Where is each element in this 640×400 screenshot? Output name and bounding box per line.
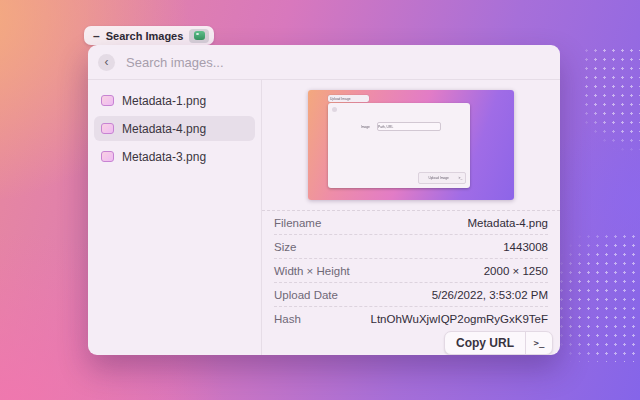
- list-item-selected[interactable]: Metadata-4.png: [94, 116, 255, 141]
- dot-pattern-top-right: [582, 46, 640, 154]
- metadata-value: 2000 × 1250: [484, 265, 548, 277]
- preview-mini-input: Path, URL: [377, 122, 441, 131]
- metadata-value: 5/26/2022, 3:53:02 PM: [432, 289, 548, 301]
- window-content: Metadata-1.png Metadata-4.png Metadata-3…: [88, 80, 560, 355]
- preview-mini-tab-label: Upload Image: [330, 97, 351, 100]
- search-images-window: ‹ Metadata-1.png Metadata-4.png Metadata…: [88, 45, 560, 355]
- metadata-table: Filename Metadata-4.png Size 1443008 Wid…: [262, 210, 560, 330]
- metadata-row-hash: Hash LtnOhWuXjwIQP2ogmRyGxK9TeF: [274, 307, 548, 330]
- terminal-prompt-icon[interactable]: >_: [526, 332, 552, 354]
- image-thumbnail-icon: [101, 95, 114, 106]
- minimize-dash-icon: –: [93, 30, 100, 42]
- metadata-label: Width × Height: [274, 265, 350, 277]
- image-thumbnail-icon: [101, 151, 114, 162]
- preview-mini-form-label: Image: [361, 125, 370, 128]
- metadata-row-filename: Filename Metadata-4.png: [274, 211, 548, 235]
- metadata-row-upload-date: Upload Date 5/26/2022, 3:53:02 PM: [274, 283, 548, 307]
- list-item[interactable]: Metadata-3.png: [94, 144, 255, 169]
- search-input[interactable]: [124, 54, 550, 71]
- hotkey-tab-label: Search Images: [106, 30, 184, 42]
- copy-url-split-button: Copy URL >_: [444, 331, 553, 355]
- preview-mini-window: Upload Image Image Path, URL Upload Imag…: [328, 103, 470, 188]
- metadata-value: 1443008: [503, 241, 548, 253]
- metadata-label: Upload Date: [274, 289, 338, 301]
- metadata-value: LtnOhWuXjwIQP2ogmRyGxK9TeF: [371, 313, 548, 325]
- copy-url-button[interactable]: Copy URL: [445, 332, 525, 354]
- preview-mini-back-icon: [332, 107, 337, 112]
- image-thumbnail-icon: [101, 123, 114, 134]
- desktop: { "colors": { "background_orange": "#f6b…: [0, 0, 640, 400]
- app-icon-badge: [189, 29, 209, 43]
- preview-mini-form: Image Path, URL: [328, 122, 470, 131]
- detail-panel: Upload Image Image Path, URL Upload Imag…: [262, 80, 560, 355]
- list-item-label: Metadata-1.png: [122, 94, 206, 108]
- list-item-label: Metadata-3.png: [122, 150, 206, 164]
- search-bar: ‹: [88, 45, 560, 80]
- list-item-label: Metadata-4.png: [122, 122, 206, 136]
- preview-area: Upload Image Image Path, URL Upload Imag…: [262, 80, 560, 210]
- preview-mini-tab: Upload Image: [328, 95, 369, 102]
- preview-mini-submit-button: Upload Image >_: [418, 172, 466, 184]
- preview-mini-submit-label: Upload Image: [428, 176, 449, 179]
- back-button[interactable]: ‹: [98, 54, 115, 71]
- metadata-row-size: Size 1443008: [274, 235, 548, 259]
- green-image-app-icon: [194, 31, 205, 40]
- metadata-label: Filename: [274, 217, 321, 229]
- action-bar: Copy URL >_: [262, 330, 560, 355]
- list-item[interactable]: Metadata-1.png: [94, 88, 255, 113]
- metadata-row-dimensions: Width × Height 2000 × 1250: [274, 259, 548, 283]
- file-list: Metadata-1.png Metadata-4.png Metadata-3…: [88, 80, 262, 355]
- image-preview: Upload Image Image Path, URL Upload Imag…: [308, 90, 514, 200]
- metadata-label: Hash: [274, 313, 301, 325]
- metadata-value: Metadata-4.png: [467, 217, 548, 229]
- back-chevron-icon: ‹: [105, 56, 109, 68]
- hotkey-tab[interactable]: – Search Images: [84, 26, 214, 45]
- metadata-label: Size: [274, 241, 296, 253]
- preview-mini-input-placeholder: Path, URL: [378, 125, 393, 128]
- dot-pattern-bottom-right: [548, 232, 640, 362]
- preview-mini-submit-shortcut: >_: [459, 176, 463, 179]
